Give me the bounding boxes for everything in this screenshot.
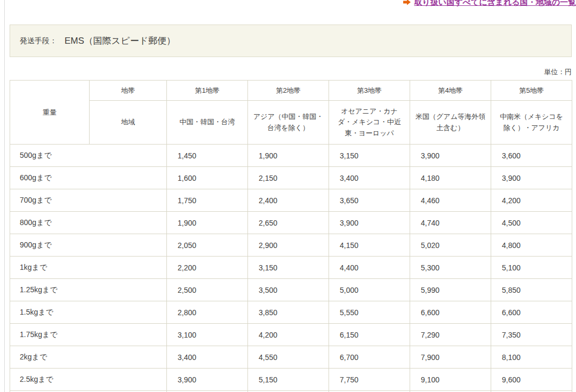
rate-cell: 2,800 [167, 301, 248, 324]
rate-cell: 3,150 [329, 145, 410, 167]
table-row: 1kgまで2,2003,1504,4005,3005,100 [10, 257, 572, 279]
rate-cell: 3,600 [491, 145, 572, 167]
rate-cell: 2,050 [167, 234, 248, 257]
region-name-cell: アジア（中国・韓国・台湾を除く） [248, 101, 329, 145]
rate-cell: 4,500 [491, 212, 572, 234]
zone-name-cell: 第3地帯 [329, 81, 410, 101]
weight-cell: 800gまで [10, 212, 167, 234]
region-name-cell: 中国・韓国・台湾 [167, 101, 248, 145]
table-row: 900gまで2,0502,9004,1505,0204,800 [10, 234, 572, 257]
rate-cell: 8,100 [491, 346, 572, 369]
rate-cell: 5,000 [329, 279, 410, 301]
header-row-regions: 地域 中国・韓国・台湾アジア（中国・韓国・台湾を除く）オセアニア・カナダ・メキシ… [10, 101, 572, 145]
region-name-cell: 米国（グアム等海外領土含む） [410, 101, 491, 145]
rate-cell: 6,150 [329, 324, 410, 346]
rate-cell: 1,750 [167, 189, 248, 212]
rate-cell: 3,400 [167, 346, 248, 369]
rate-cell: 3,100 [167, 324, 248, 346]
shipping-method-label: 発送手段： [20, 36, 57, 46]
rate-cell: 1,900 [167, 212, 248, 234]
ems-rate-table: 重量 地帯 第1地帯第2地帯第3地帯第4地帯第5地帯 地域 中国・韓国・台湾アジ… [10, 80, 572, 392]
rate-cell: 1,600 [167, 167, 248, 189]
rate-cell: 5,550 [329, 301, 410, 324]
rate-cell: 3,850 [248, 301, 329, 324]
rate-cell: 5,100 [491, 257, 572, 279]
country-list-link-row: 取り扱い国すべてに含まれる国・地域の一覧 [403, 0, 576, 8]
rate-cell: 3,400 [329, 167, 410, 189]
rate-cell: 5,150 [248, 369, 329, 391]
rate-cell: 9,600 [491, 369, 572, 391]
table-row: 2.5kgまで3,9005,1507,7509,1009,600 [10, 369, 572, 391]
rate-cell: 5,850 [491, 279, 572, 301]
rate-cell: 7,900 [410, 346, 491, 369]
zone-name-cell: 第4地帯 [410, 81, 491, 101]
zone-name-cell: 第1地帯 [167, 81, 248, 101]
rate-cell: 3,900 [410, 145, 491, 167]
region-header-cell: 地域 [90, 101, 167, 145]
right-arrow-icon [403, 0, 411, 5]
rate-cell: 3,150 [248, 257, 329, 279]
zone-header-cell: 地帯 [90, 81, 167, 101]
zone-name-cell: 第2地帯 [248, 81, 329, 101]
weight-cell: 1.25kgまで [10, 279, 167, 301]
country-list-link[interactable]: 取り扱い国すべてに含まれる国・地域の一覧 [414, 0, 576, 8]
rate-cell: 4,200 [248, 324, 329, 346]
rate-cell: 4,550 [248, 346, 329, 369]
rate-cell: 1,450 [167, 145, 248, 167]
rate-cell: 3,650 [329, 189, 410, 212]
table-row: 2kgまで3,4004,5506,7007,9008,100 [10, 346, 572, 369]
rate-cell: 5,990 [410, 279, 491, 301]
rate-cell: 7,350 [491, 324, 572, 346]
weight-cell: 900gまで [10, 234, 167, 257]
weight-cell: 600gまで [10, 167, 167, 189]
page-column-divider [4, 0, 5, 392]
table-row: 500gまで1,4501,9003,1503,9003,600 [10, 145, 572, 167]
table-row: 800gまで1,9002,6503,9004,7404,500 [10, 212, 572, 234]
rate-cell: 2,650 [248, 212, 329, 234]
rate-cell: 9,100 [410, 369, 491, 391]
table-row: 600gまで1,6002,1503,4004,1803,900 [10, 167, 572, 189]
rate-cell: 3,900 [491, 167, 572, 189]
rate-table-body: 500gまで1,4501,9003,1503,9003,600600gまで1,6… [10, 145, 572, 392]
zone-name-cell: 第5地帯 [491, 81, 572, 101]
weight-cell: 1.75kgまで [10, 324, 167, 346]
rate-cell: 2,400 [248, 189, 329, 212]
rate-cell: 4,400 [329, 257, 410, 279]
rate-cell: 3,900 [329, 212, 410, 234]
rate-cell: 4,740 [410, 212, 491, 234]
rate-cell: 2,900 [248, 234, 329, 257]
rate-cell: 7,750 [329, 369, 410, 391]
table-row: 1.25kgまで2,5003,5005,0005,9905,850 [10, 279, 572, 301]
weight-cell: 500gまで [10, 145, 167, 167]
rate-cell: 4,200 [491, 189, 572, 212]
rate-cell: 6,700 [329, 346, 410, 369]
weight-header-cell: 重量 [10, 81, 90, 145]
rate-cell: 3,500 [248, 279, 329, 301]
weight-cell: 2kgまで [10, 346, 167, 369]
rate-cell: 4,460 [410, 189, 491, 212]
rate-cell: 6,600 [491, 301, 572, 324]
rate-cell: 4,150 [329, 234, 410, 257]
shipping-method-value: EMS（国際スピード郵便） [65, 35, 175, 47]
rate-cell: 2,200 [167, 257, 248, 279]
weight-cell: 1.5kgまで [10, 301, 167, 324]
weight-cell: 2.5kgまで [10, 369, 167, 391]
header-row-zones: 重量 地帯 第1地帯第2地帯第3地帯第4地帯第5地帯 [10, 81, 572, 101]
region-name-cell: 中南米（メキシコを除く）・アフリカ [491, 101, 572, 145]
table-row: 1.5kgまで2,8003,8505,5506,6006,600 [10, 301, 572, 324]
rate-cell: 6,600 [410, 301, 491, 324]
rate-cell: 4,180 [410, 167, 491, 189]
shipping-method-box: 発送手段： EMS（国際スピード郵便） [10, 25, 572, 57]
unit-note: 単位：円 [544, 67, 572, 77]
region-name-cell: オセアニア・カナダ・メキシコ・中近東・ヨーロッパ [329, 101, 410, 145]
table-row: 700gまで1,7502,4003,6504,4604,200 [10, 189, 572, 212]
rate-cell: 5,300 [410, 257, 491, 279]
rate-cell: 4,800 [491, 234, 572, 257]
rate-table-head: 重量 地帯 第1地帯第2地帯第3地帯第4地帯第5地帯 地域 中国・韓国・台湾アジ… [10, 81, 572, 145]
rate-cell: 1,900 [248, 145, 329, 167]
rate-cell: 2,500 [167, 279, 248, 301]
rate-cell: 3,900 [167, 369, 248, 391]
rate-cell: 5,020 [410, 234, 491, 257]
table-row: 1.75kgまで3,1004,2006,1507,2907,350 [10, 324, 572, 346]
rate-cell: 2,150 [248, 167, 329, 189]
